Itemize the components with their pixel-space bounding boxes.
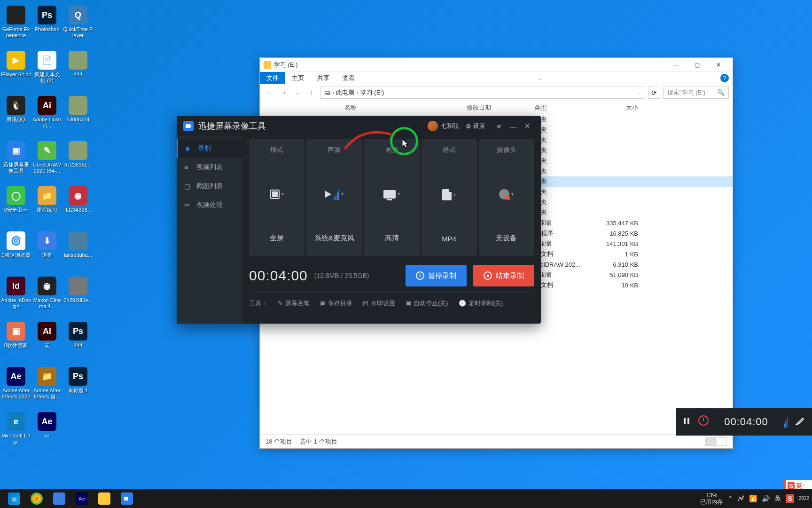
col-size[interactable]: 大小: [586, 101, 643, 114]
tab-view[interactable]: 查看: [336, 72, 361, 84]
desktop-icon[interactable]: ▶iPlayer 64 bit: [1, 51, 31, 88]
desktop-icon[interactable]: Ai诶: [32, 322, 62, 359]
sidebar-item-录制[interactable]: ■录制: [177, 139, 242, 158]
option-card-画质[interactable]: 画质 ▾ 高清: [364, 139, 419, 256]
pause-record-button[interactable]: Ⅱ 暂停录制: [406, 265, 467, 286]
sidebar-item-视频处理[interactable]: ✂视频处理: [177, 196, 242, 214]
nav-up[interactable]: ↑: [306, 87, 317, 98]
desktop-icon[interactable]: 53006314: [63, 96, 93, 134]
desktop-icon[interactable]: ◯0安全卫士: [1, 186, 31, 224]
recorder-window: 迅捷屏幕录像工具 七和弦 ⚙ 设置 ≡ — ✕ ■录制≡视频列表▢截图列表✂视频…: [177, 116, 541, 324]
tab-share[interactable]: 共享: [311, 72, 336, 84]
option-card-声源[interactable]: 声源 ▾ 系统&麦克风: [306, 139, 362, 256]
desktop-icon[interactable]: 📁Adobe After Effects 自...: [32, 367, 62, 405]
tab-file[interactable]: 文件: [260, 72, 285, 84]
maximize-button[interactable]: ▢: [687, 58, 708, 72]
desktop-icon[interactable]: AiAdobe Illustrat...: [32, 96, 62, 134]
card-value: 高清: [385, 234, 399, 243]
sidebar-item-视频列表[interactable]: ≡视频列表: [177, 158, 242, 177]
desktop-icon[interactable]: 📁课程练习: [32, 186, 62, 224]
desktop-icon[interactable]: 3b292df5e...: [63, 277, 93, 314]
tool-dir[interactable]: ▣保存目录: [320, 299, 352, 308]
power-icon[interactable]: 🗲: [738, 495, 744, 502]
ime-icon[interactable]: 英: [774, 494, 781, 503]
explorer-titlebar: 学习 (E:) — ▢ ✕: [260, 58, 733, 72]
desktop-icon[interactable]: Ps444: [63, 322, 93, 359]
volume-icon[interactable]: 🔊: [762, 495, 770, 502]
taskbar-cortana[interactable]: [25, 489, 48, 508]
user-avatar[interactable]: [428, 121, 438, 131]
nav-recent[interactable]: ⌵: [292, 87, 303, 98]
tool-watermark[interactable]: ▤水印设置: [363, 299, 395, 308]
help-button[interactable]: ?: [720, 74, 729, 82]
col-date[interactable]: 修改日期: [462, 101, 530, 114]
desktop-icon[interactable]: Ps未标题-1: [63, 367, 93, 405]
desktop-icon[interactable]: 444: [63, 51, 93, 88]
desktop-icon[interactable]: 37226151...: [63, 141, 93, 179]
taskbar-explorer[interactable]: [93, 489, 116, 508]
tool-pen[interactable]: ✎屏幕画笔: [278, 299, 310, 308]
nav-back[interactable]: ←: [264, 87, 275, 98]
mini-pause-button[interactable]: [682, 417, 691, 428]
desktop-icon[interactable]: lansedaha...: [63, 231, 93, 269]
view-icons[interactable]: [717, 437, 727, 446]
start-button[interactable]: ⊞: [3, 489, 25, 508]
mini-draw-button[interactable]: [795, 416, 805, 429]
taskbar-aftereffects[interactable]: Ae: [70, 489, 93, 508]
desktop-icon[interactable]: eMicrosoft Edge: [1, 412, 31, 450]
desktop-icon[interactable]: ⬇迅雷: [32, 231, 62, 269]
desktop-icon[interactable]: 📄新建文本文档 (2): [32, 51, 62, 88]
desktop-icon[interactable]: QQuickTime Player: [63, 6, 93, 43]
breadcrumb-pc[interactable]: 此电脑: [336, 88, 354, 97]
close-button[interactable]: ✕: [708, 58, 729, 72]
search-box[interactable]: 搜索"学习 (E:)" 🔍: [663, 87, 729, 99]
tools-label: 工具：: [249, 299, 267, 308]
wifi-icon[interactable]: 📶: [749, 495, 757, 502]
dropdown-icon[interactable]: ⌵: [638, 90, 641, 95]
desktop-icon[interactable]: ▣0软件管家: [1, 322, 31, 359]
stop-record-button[interactable]: ■ 结束录制: [473, 265, 534, 286]
col-type[interactable]: 类型: [530, 101, 586, 114]
mini-stop-button[interactable]: [698, 415, 709, 429]
desktop-icon[interactable]: ✎CorelDRAW 2020 (64-...: [32, 141, 62, 179]
tool-autostop[interactable]: ▣自动停止(关): [406, 299, 448, 308]
user-name[interactable]: 七和弦: [441, 122, 459, 130]
taskbar-app1[interactable]: [48, 489, 70, 508]
svg-rect-1: [684, 418, 686, 424]
close-button[interactable]: ✕: [520, 119, 534, 133]
taskbar-recorder[interactable]: [116, 489, 138, 508]
desktop-icon[interactable]: 🌀0极速浏览器: [1, 231, 31, 269]
clock[interactable]: 2022: [799, 496, 809, 501]
stop-label: 结束录制: [496, 271, 524, 280]
desktop-icon[interactable]: GeForce Experience: [1, 6, 31, 43]
view-details[interactable]: [705, 437, 716, 446]
desktop-icon[interactable]: ◉ffd234328...: [63, 186, 93, 224]
desktop-icon[interactable]: PsPhotoshop: [32, 6, 62, 43]
minimize-button[interactable]: —: [665, 58, 687, 72]
settings-button[interactable]: ⚙ 设置: [466, 122, 485, 130]
refresh-button[interactable]: ⟳: [648, 87, 660, 99]
breadcrumb-drive[interactable]: 学习 (E:): [360, 88, 384, 97]
desktop-icon[interactable]: ◉Maxon Cinema 4...: [32, 277, 62, 314]
desktop-icon[interactable]: AeAdobe After Effects 2022: [1, 367, 31, 405]
sogou-tray-icon[interactable]: S: [786, 494, 794, 503]
memory-stat[interactable]: 13% 已用内存: [700, 492, 723, 506]
sidebar-item-截图列表[interactable]: ▢截图列表: [177, 177, 242, 196]
chevron-up-icon[interactable]: ⌃: [727, 495, 733, 502]
option-card-模式[interactable]: 模式 ▾ 全屏: [249, 139, 304, 256]
desktop-icon[interactable]: IdAdobe InDesign: [1, 277, 31, 314]
minimize-button[interactable]: —: [506, 119, 520, 133]
address-bar[interactable]: 🖴 › 此电脑 › 学习 (E:) ⌵: [320, 87, 645, 99]
option-card-摄像头[interactable]: 摄像头 ▾ 无设备: [479, 139, 534, 256]
desktop-icon[interactable]: 🐧腾讯QQ: [1, 96, 31, 134]
desktop-icon[interactable]: ▣迅捷屏幕录像工具: [1, 141, 31, 179]
menu-button[interactable]: ≡: [492, 119, 506, 133]
nav-forward[interactable]: →: [278, 87, 289, 98]
option-card-格式[interactable]: 格式 ▾ MP4: [422, 139, 477, 256]
tab-home[interactable]: 主页: [285, 72, 311, 84]
ribbon-collapse[interactable]: ⌵: [538, 75, 541, 81]
tool-schedule[interactable]: 🕘定时录制(关): [459, 299, 503, 308]
search-placeholder: 搜索"学习 (E:)": [667, 88, 708, 97]
col-name[interactable]: 名称: [340, 101, 462, 114]
desktop-icon[interactable]: Aexz: [32, 412, 62, 450]
